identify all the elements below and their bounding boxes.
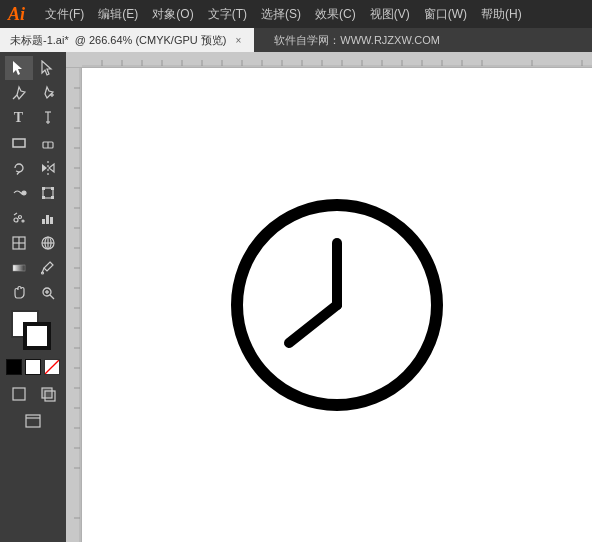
black-swatch[interactable] (6, 359, 22, 375)
svg-rect-34 (13, 265, 25, 271)
symbol-tools-row (5, 206, 62, 230)
menu-effect[interactable]: 效果(C) (309, 4, 362, 25)
svg-rect-20 (51, 196, 54, 199)
eraser-tool[interactable] (34, 131, 62, 155)
eyedropper-tool[interactable] (34, 256, 62, 280)
ruler-left-marks (66, 68, 81, 542)
svg-rect-26 (50, 217, 53, 224)
white-swatch[interactable] (25, 359, 41, 375)
tab-label: 未标题-1.ai* (10, 33, 69, 48)
svg-rect-45 (26, 415, 40, 427)
bar-graph-tool[interactable] (34, 206, 62, 230)
menu-help[interactable]: 帮助(H) (475, 4, 528, 25)
svg-rect-24 (42, 219, 45, 224)
svg-line-2 (13, 95, 17, 99)
menu-select[interactable]: 选择(S) (255, 4, 307, 25)
symbol-sprayer-tool[interactable] (5, 206, 33, 230)
vertical-type-tool[interactable] (34, 106, 62, 130)
type-tool[interactable]: T (5, 106, 33, 130)
svg-point-96 (332, 300, 342, 310)
artboard (82, 68, 592, 542)
mesh-tool[interactable] (34, 231, 62, 255)
app-logo: Ai (8, 4, 25, 25)
svg-marker-14 (49, 164, 54, 172)
tab-close-button[interactable]: × (232, 34, 244, 47)
toolbar: T (0, 52, 66, 542)
gradient-tools-row (5, 256, 62, 280)
rectangle-tool[interactable] (5, 131, 33, 155)
svg-point-15 (22, 191, 26, 195)
clock-illustration (227, 195, 447, 415)
menu-text[interactable]: 文字(T) (202, 4, 253, 25)
svg-rect-19 (42, 196, 45, 199)
tab-website: 软件自学网：WWW.RJZXW.COM (254, 28, 592, 52)
gradient-tool[interactable] (5, 256, 33, 280)
add-anchor-tool[interactable] (34, 81, 62, 105)
color-swatches-row (6, 359, 60, 375)
warp-tool[interactable] (5, 181, 33, 205)
draw-mode-row (5, 382, 62, 406)
change-screen-mode[interactable] (19, 409, 47, 433)
pen-tools-row (5, 81, 62, 105)
stroke-color-box[interactable] (23, 322, 51, 350)
menu-edit[interactable]: 编辑(E) (92, 4, 144, 25)
menu-file[interactable]: 文件(F) (39, 4, 90, 25)
main-layout: T (0, 52, 592, 542)
svg-point-23 (22, 220, 24, 222)
transform-tools-row (5, 156, 62, 180)
shape-tools-row (5, 131, 62, 155)
tab-zoom-info: @ 266.64% (CMYK/GPU 预览) (75, 33, 227, 48)
reflect-tool[interactable] (34, 156, 62, 180)
warp-tools-row (5, 181, 62, 205)
selection-tools-row (5, 56, 62, 80)
stroke-fill-indicator[interactable] (11, 310, 55, 354)
menu-window[interactable]: 窗口(W) (418, 4, 473, 25)
menu-bar: 文件(F) 编辑(E) 对象(O) 文字(T) 选择(S) 效果(C) 视图(V… (39, 4, 528, 25)
svg-line-38 (50, 295, 54, 299)
free-transform-tool[interactable] (34, 181, 62, 205)
svg-marker-1 (42, 61, 51, 75)
slice-tool[interactable] (5, 231, 33, 255)
svg-rect-43 (42, 388, 52, 398)
svg-line-41 (45, 360, 59, 374)
svg-rect-25 (46, 215, 49, 224)
selection-tool[interactable] (5, 56, 33, 80)
pen-tool[interactable] (5, 81, 33, 105)
svg-marker-13 (42, 164, 47, 172)
svg-point-21 (14, 218, 18, 222)
svg-rect-17 (42, 187, 45, 190)
zoom-tool[interactable] (34, 281, 62, 305)
color-area (4, 306, 62, 379)
slice-tools-row (5, 231, 62, 255)
svg-marker-0 (13, 61, 22, 75)
canvas-area (66, 52, 592, 542)
title-bar: Ai 文件(F) 编辑(E) 对象(O) 文字(T) 选择(S) 效果(C) 视… (0, 0, 592, 28)
hand-tool[interactable] (5, 281, 33, 305)
draw-behind-mode[interactable] (34, 382, 62, 406)
ruler-top-marks (82, 52, 592, 67)
ruler-top (66, 52, 592, 68)
svg-rect-42 (13, 388, 25, 400)
direct-selection-tool[interactable] (34, 56, 62, 80)
menu-view[interactable]: 视图(V) (364, 4, 416, 25)
svg-rect-9 (13, 139, 25, 147)
view-tools-row (5, 281, 62, 305)
svg-point-22 (18, 216, 21, 219)
svg-rect-18 (51, 187, 54, 190)
rotate-tool[interactable] (5, 156, 33, 180)
none-swatch[interactable] (44, 359, 60, 375)
active-tab[interactable]: 未标题-1.ai* @ 266.64% (CMYK/GPU 预览) × (0, 28, 254, 52)
type-tools-row: T (5, 106, 62, 130)
draw-normal-mode[interactable] (5, 382, 33, 406)
tab-bar: 未标题-1.ai* @ 266.64% (CMYK/GPU 预览) × 软件自学… (0, 28, 592, 52)
screen-mode-row (19, 409, 47, 433)
ruler-left (66, 68, 82, 542)
menu-object[interactable]: 对象(O) (146, 4, 199, 25)
